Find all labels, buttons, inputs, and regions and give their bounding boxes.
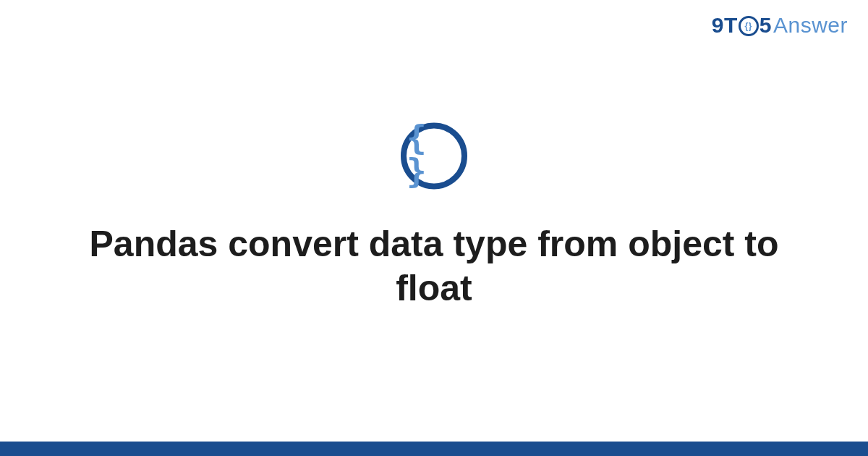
brand-logo: 9 T {} 5 Answer	[712, 13, 848, 38]
main-content: { } Pandas convert data type from object…	[0, 122, 868, 311]
brand-o-icon: {}	[739, 16, 759, 36]
brand-t: T	[724, 13, 738, 38]
brand-o-inner: {}	[745, 21, 752, 31]
brand-answer: Answer	[773, 13, 848, 38]
braces-glyph: { }	[407, 121, 461, 187]
page-title: Pandas convert data type from object to …	[80, 222, 788, 311]
footer-bar	[0, 442, 868, 456]
code-braces-icon: { }	[401, 122, 467, 189]
brand-nine: 9	[712, 13, 724, 38]
brand-five: 5	[760, 13, 772, 38]
